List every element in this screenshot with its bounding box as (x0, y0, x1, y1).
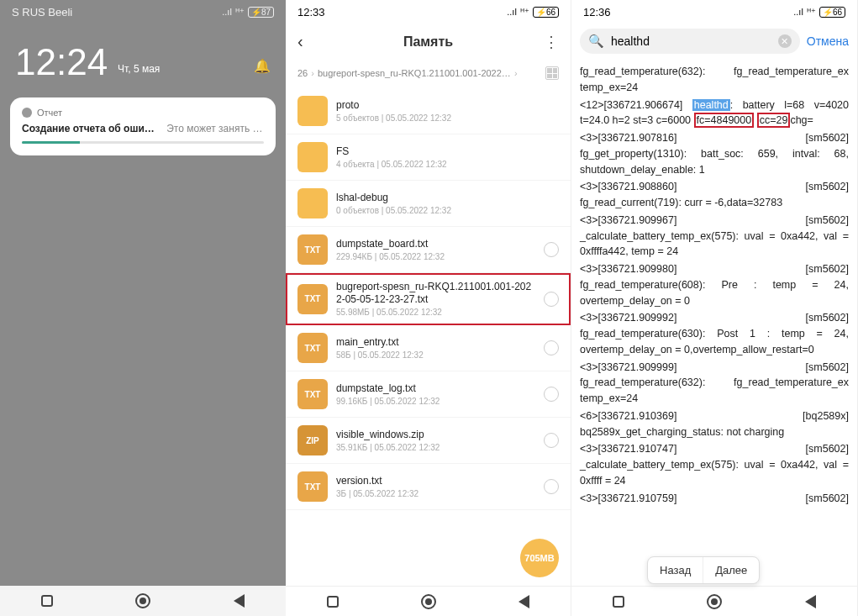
signal-icon: ..ıl (793, 7, 803, 17)
clear-icon[interactable]: ✕ (778, 34, 792, 48)
file-meta: 5 объектов | 05.05.2022 12:32 (336, 113, 559, 123)
file-meta: 58Б | 05.05.2022 12:32 (336, 350, 535, 360)
folder-icon (297, 188, 328, 218)
file-meta: 4 объекта | 05.05.2022 12:32 (336, 160, 559, 169)
file-row[interactable]: ZIPvisible_windows.zip35.91КБ | 05.05.20… (286, 418, 571, 464)
nav-recents-icon[interactable] (613, 596, 624, 608)
find-prev-button[interactable]: Назад (648, 557, 703, 583)
search-input[interactable] (611, 34, 771, 48)
battery-icon: ⚡87 (248, 7, 274, 18)
find-nav-popup: Назад Далее (647, 556, 760, 584)
file-meta: 3Б | 05.05.2022 12:32 (336, 489, 535, 498)
battery-icon: ⚡66 (533, 7, 559, 18)
search-row: 🔍 ✕ Отмена (571, 24, 857, 59)
search-icon: 🔍 (588, 34, 604, 49)
select-radio[interactable] (544, 292, 559, 307)
folder-icon (297, 142, 328, 172)
cancel-button[interactable]: Отмена (807, 34, 849, 48)
signal-icon: ..ıl (222, 7, 232, 17)
notification-title: Создание отчета об ошибке... (22, 123, 158, 134)
file-row[interactable]: lshal-debug0 объектов | 05.05.2022 12:32 (286, 181, 571, 227)
status-bar: 12:36 ..ıl ᴴ⁺ ⚡66 (571, 0, 857, 24)
file-name: proto (336, 99, 559, 112)
file-name: FS (336, 145, 559, 158)
file-row[interactable]: TXTbugreport-spesn_ru-RKQ1.211001.001-20… (286, 273, 571, 325)
nav-bar (571, 586, 857, 616)
file-row[interactable]: TXTdumpstate_log.txt99.16КБ | 05.05.2022… (286, 371, 571, 418)
nav-bar (286, 586, 571, 616)
fc-highlight: fc=4849000 (694, 113, 755, 128)
nav-back-icon[interactable] (518, 595, 529, 608)
notification-app-icon (22, 108, 32, 118)
file-name: visible_windows.zip (336, 429, 535, 441)
notification-bell-icon[interactable]: 🔔 (254, 58, 271, 74)
notification-app-name: Отчет (37, 108, 62, 118)
select-radio[interactable] (544, 433, 559, 448)
file-meta: 229.94КБ | 05.05.2022 12:32 (336, 252, 535, 261)
nav-home-icon[interactable] (421, 594, 436, 609)
battery-icon: ⚡66 (819, 7, 845, 18)
status-bar: 12:33 ..ıl ᴴ⁺ ⚡66 (286, 0, 571, 24)
storage-fab[interactable]: 705MB (520, 539, 559, 577)
txt-icon: TXT (297, 234, 328, 265)
status-time: 12:36 (583, 6, 611, 18)
select-radio[interactable] (544, 479, 559, 494)
file-name: lshal-debug (336, 192, 559, 204)
breadcrumb[interactable]: 26 › bugreport-spesn_ru-RKQ1.211001.001-… (286, 60, 571, 88)
find-next-button[interactable]: Далее (703, 557, 759, 583)
fm-header: ‹ Память ⋮ (286, 24, 571, 60)
nav-recents-icon[interactable] (327, 596, 339, 608)
page-title: Память (286, 34, 571, 50)
file-name: dumpstate_board.txt (336, 238, 535, 250)
cc-highlight: cc=29 (757, 113, 791, 128)
zip-icon: ZIP (297, 425, 328, 455)
notification-card[interactable]: Отчет Создание отчета об ошибке... Это м… (10, 97, 276, 155)
healthd-highlight: healthd (692, 99, 730, 111)
grid-view-icon[interactable] (545, 66, 559, 80)
notification-subtitle: Это может занять не... (166, 123, 264, 134)
file-meta: 99.16КБ | 05.05.2022 12:32 (336, 397, 535, 406)
clock-time: 12:24 (15, 44, 108, 81)
file-row[interactable]: TXTdumpstate_board.txt229.94КБ | 05.05.2… (286, 227, 571, 273)
nav-back-icon[interactable] (805, 595, 816, 608)
file-row[interactable]: FS4 объекта | 05.05.2022 12:32 (286, 134, 571, 181)
file-row[interactable]: TXTversion.txt3Б | 05.05.2022 12:32 (286, 464, 571, 510)
select-radio[interactable] (544, 340, 559, 355)
file-row[interactable]: TXTmain_entry.txt58Б | 05.05.2022 12:32 (286, 325, 571, 371)
txt-icon: TXT (297, 284, 328, 314)
select-radio[interactable] (544, 242, 559, 257)
folder-icon (297, 96, 328, 126)
carrier-label: S RUS Beeli (12, 6, 72, 18)
log-content[interactable]: fg_read_temperature(632): fg_read_temper… (571, 59, 857, 586)
file-name: dumpstate_log.txt (336, 382, 535, 395)
file-name: main_entry.txt (336, 336, 535, 349)
lock-clock: 12:24 Чт, 5 мая 🔔 (0, 24, 286, 86)
file-name: version.txt (336, 475, 535, 487)
txt-icon: TXT (297, 379, 328, 409)
search-box[interactable]: 🔍 ✕ (580, 29, 800, 54)
network-icon: ᴴ⁺ (807, 7, 816, 18)
file-row[interactable]: proto5 объектов | 05.05.2022 12:32 (286, 88, 571, 134)
nav-home-icon[interactable] (707, 594, 722, 609)
file-meta: 0 объектов | 05.05.2022 12:32 (336, 206, 559, 215)
file-meta: 35.91КБ | 05.05.2022 12:32 (336, 443, 535, 452)
file-meta: 55.98МБ | 05.05.2022 12:32 (336, 308, 535, 317)
txt-icon: TXT (297, 471, 328, 502)
signal-icon: ..ıl (507, 7, 517, 17)
network-icon: ᴴ⁺ (520, 7, 529, 18)
nav-bar (0, 586, 286, 616)
status-time: 12:33 (297, 6, 325, 18)
nav-recents-icon[interactable] (41, 595, 53, 607)
clock-date: Чт, 5 мая (118, 63, 160, 75)
phone-3-logviewer: 12:36 ..ıl ᴴ⁺ ⚡66 🔍 ✕ Отмена fg_read_tem… (571, 0, 858, 616)
select-radio[interactable] (544, 387, 559, 402)
phone-2-filemanager: 12:33 ..ıl ᴴ⁺ ⚡66 ‹ Память ⋮ 26 › bugrep… (286, 0, 571, 616)
file-list[interactable]: proto5 объектов | 05.05.2022 12:32FS4 об… (286, 88, 571, 586)
txt-icon: TXT (297, 333, 328, 363)
nav-home-icon[interactable] (135, 593, 150, 608)
phone-1-lockscreen: S RUS Beeli ..ıl ᴴ⁺ ⚡87 12:24 Чт, 5 мая … (0, 0, 286, 616)
nav-back-icon[interactable] (234, 594, 245, 608)
notification-progress (22, 141, 264, 144)
file-name: bugreport-spesn_ru-RKQ1.211001.001-2022-… (336, 281, 535, 306)
status-bar: S RUS Beeli ..ıl ᴴ⁺ ⚡87 (0, 0, 286, 24)
